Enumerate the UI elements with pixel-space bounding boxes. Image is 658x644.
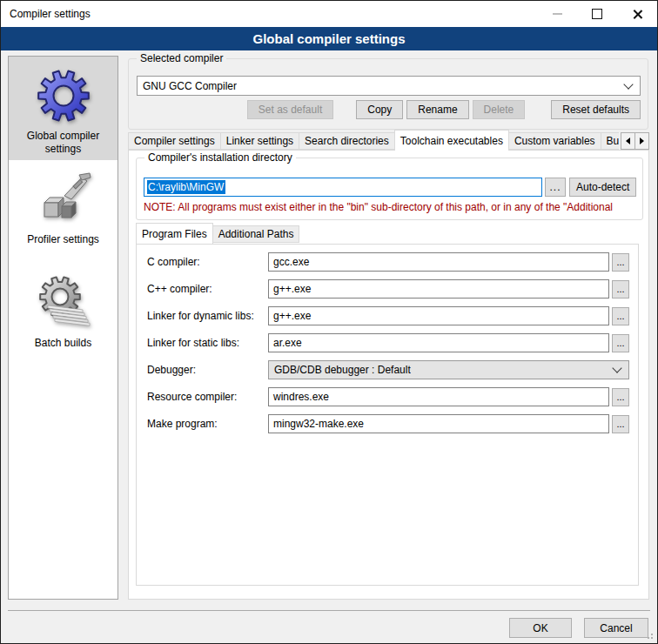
footer-separator (8, 610, 650, 611)
browse-linker-for-static-libs-button[interactable]: ... (612, 334, 629, 352)
input-value: g++.exe (273, 283, 311, 295)
linker-for-dynamic-libs-input[interactable]: g++.exe (268, 306, 609, 325)
resource-compiler-input[interactable]: windres.exe (268, 387, 609, 406)
ok-button[interactable]: OK (509, 618, 572, 638)
field-label: Linker for dynamic libs: (147, 310, 268, 322)
input-value: windres.exe (273, 391, 329, 403)
input-value: mingw32-make.exe (273, 418, 364, 430)
compiler-actions: Set as defaultCopyRenameDeleteReset defa… (247, 100, 641, 119)
dialog-header: Global compiler settings (1, 27, 657, 50)
browse-linker-for-dynamic-libs-button[interactable]: ... (612, 307, 629, 325)
close-icon (632, 9, 643, 20)
toolchain-executables-panel: Compiler's installation directory C:\ray… (128, 150, 649, 600)
selected-compiler-group: Selected compiler GNU GCC Compiler Set a… (128, 58, 648, 130)
sidebar-item-batch-builds[interactable]: Batch builds (9, 264, 118, 367)
tab-scroll-arrows (621, 132, 649, 150)
field-row: Resource compiler: windres.exe... (147, 387, 629, 406)
field-label: C++ compiler: (147, 283, 268, 295)
browse-c-compiler-button[interactable]: ... (612, 253, 629, 272)
profiler-caliper-icon (36, 171, 91, 227)
debugger-select[interactable]: GDB/CDB debugger : Default (268, 360, 629, 379)
minimize-icon (553, 13, 562, 15)
field-label: Debugger: (147, 364, 268, 376)
compiler-tabs: Compiler settingsLinker settingsSearch d… (128, 130, 649, 151)
selected-compiler-group-label: Selected compiler (137, 52, 226, 64)
linker-for-static-libs-input[interactable]: ar.exe (268, 333, 609, 352)
field-row: Linker for dynamic libs: g++.exe... (147, 306, 629, 325)
window-title: Compiler settings (1, 8, 91, 20)
close-button[interactable] (617, 1, 657, 27)
input-value: ar.exe (273, 337, 302, 349)
cancel-button[interactable]: Cancel (584, 618, 648, 638)
program-files-panel: C compiler: gcc.exe... C++ compiler: g++… (136, 244, 639, 586)
c-compiler-input[interactable]: g++.exe (268, 279, 609, 299)
maximize-button[interactable] (577, 1, 617, 27)
browse-make-program-button[interactable]: ... (612, 415, 629, 433)
tab-search-directories[interactable]: Search directories (299, 132, 395, 150)
titlebar[interactable]: Compiler settings (1, 1, 657, 27)
toolchain-subtabs: Program FilesAdditional Paths (136, 223, 299, 244)
gray-gear-stack-icon (36, 275, 91, 331)
subtab-additional-paths[interactable]: Additional Paths (212, 225, 300, 243)
field-row: Debugger: GDB/CDB debugger : Default (147, 360, 629, 379)
left-arrow-icon (626, 138, 630, 144)
right-arrow-icon (640, 138, 644, 144)
tabs-scroll-left-button[interactable] (621, 132, 635, 150)
installation-directory-group: Compiler's installation directory C:\ray… (136, 158, 643, 220)
field-label: Resource compiler: (147, 391, 268, 403)
field-label: Make program: (147, 418, 268, 430)
sidebar-item-profiler-settings[interactable]: Profiler settings (9, 160, 118, 264)
reset-defaults-button[interactable]: Reset defaults (551, 100, 641, 119)
installation-directory-value: C:\raylib\MinGW (147, 180, 225, 194)
settings-category-list: Global compiler settings Profiler settin… (8, 56, 118, 600)
field-label: C compiler: (147, 256, 268, 268)
tab-toolchain-executables[interactable]: Toolchain executables (394, 130, 509, 151)
auto-detect-button[interactable]: Auto-detect (569, 178, 636, 197)
delete-button: Delete (473, 100, 526, 119)
field-row: Make program: mingw32-make.exe... (147, 414, 629, 433)
field-label: Linker for static libs: (147, 337, 268, 349)
browse-c-compiler-button[interactable]: ... (612, 280, 629, 299)
compiler-settings-dialog: Compiler settings Global compiler settin… (0, 0, 658, 644)
make-program-input[interactable]: mingw32-make.exe (268, 414, 609, 433)
select-value: GDB/CDB debugger : Default (274, 364, 411, 376)
tabs-scroll-right-button[interactable] (634, 132, 649, 150)
selected-compiler-value: GNU GCC Compiler (143, 80, 237, 92)
sidebar-item-label: Profiler settings (24, 233, 102, 246)
tab-compiler-settings[interactable]: Compiler settings (128, 132, 221, 150)
tab-linker-settings[interactable]: Linker settings (220, 132, 299, 150)
chevron-down-icon (612, 363, 621, 372)
field-row: C compiler: gcc.exe... (147, 252, 629, 272)
tab-custom-variables[interactable]: Custom variables (508, 132, 601, 150)
dialog-body: Global compiler settings Profiler settin… (2, 50, 656, 642)
subtab-program-files[interactable]: Program Files (136, 223, 213, 244)
browse-resource-compiler-button[interactable]: ... (612, 388, 629, 406)
chevron-down-icon (623, 79, 633, 89)
rename-button[interactable]: Rename (406, 100, 468, 119)
field-row: C++ compiler: g++.exe... (147, 279, 629, 299)
sidebar-item-label: Batch builds (32, 337, 94, 350)
field-row: Linker for static libs: ar.exe... (147, 333, 629, 352)
tab-builc[interactable]: Builc (601, 132, 619, 150)
copy-button[interactable]: Copy (356, 100, 403, 119)
blue-gear-icon (36, 68, 91, 124)
sidebar-item-global-compiler-settings[interactable]: Global compiler settings (9, 57, 118, 160)
installation-directory-input[interactable]: C:\raylib\MinGW (144, 178, 542, 197)
page-title: Global compiler settings (252, 31, 405, 46)
window-controls (537, 1, 657, 27)
browse-directory-button[interactable]: ... (545, 178, 566, 197)
minimize-button (537, 1, 577, 27)
tab-list: Compiler settingsLinker settingsSearch d… (128, 130, 619, 151)
installation-directory-group-label: Compiler's installation directory (144, 151, 296, 164)
selected-compiler-select[interactable]: GNU GCC Compiler (137, 76, 641, 96)
resize-grip[interactable] (651, 637, 653, 639)
maximize-icon (592, 9, 602, 19)
input-value: g++.exe (273, 310, 311, 322)
installation-directory-row: C:\raylib\MinGW ... Auto-detect (144, 178, 635, 197)
set-as-default-button: Set as default (247, 100, 333, 119)
c-compiler-input[interactable]: gcc.exe (268, 252, 609, 272)
input-value: gcc.exe (273, 256, 309, 268)
note-text: NOTE: All programs must exist either in … (144, 201, 641, 213)
sidebar-item-label: Global compiler settings (9, 130, 118, 156)
